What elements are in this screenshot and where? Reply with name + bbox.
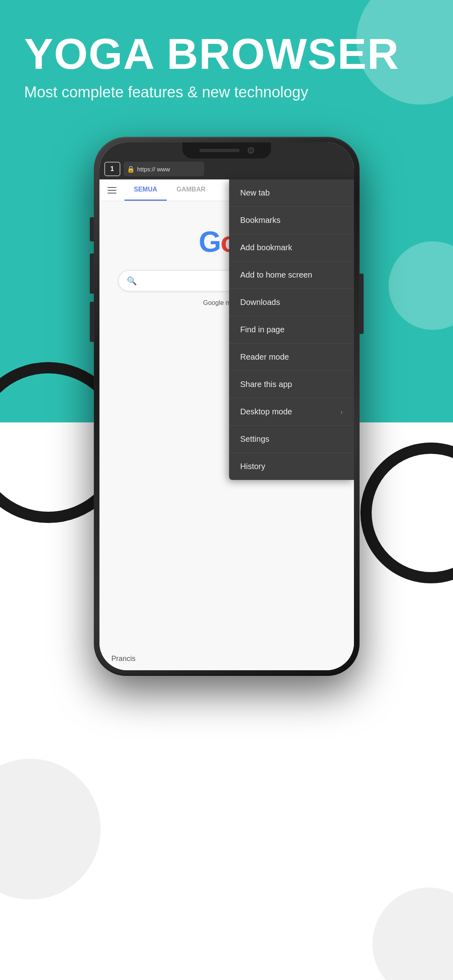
google-letter-g: G [199, 226, 221, 258]
side-button-mute [90, 217, 94, 241]
app-subtitle: Most complete features & new technology [24, 84, 429, 101]
side-button-vol-down [90, 302, 94, 342]
menu-item-reader-mode[interactable]: Reader mode [229, 344, 354, 371]
dropdown-menu: New tab Bookmarks Add bookmark Add to ho… [229, 179, 354, 480]
hamburger-icon [108, 187, 116, 194]
menu-item-downloads[interactable]: Downloads [229, 289, 354, 316]
menu-item-add-bookmark[interactable]: Add bookmark [229, 234, 354, 261]
menu-item-find-in-page[interactable]: Find in page [229, 316, 354, 344]
notch-camera [248, 147, 254, 154]
menu-item-share-app[interactable]: Share this app [229, 371, 354, 398]
tab-count-box[interactable]: 1 [104, 162, 120, 176]
header-section: YOGA BROWSER Most complete features & ne… [24, 32, 429, 101]
browser-screen: 1 🔒 https:// www [99, 142, 354, 670]
app-title: YOGA BROWSER [24, 32, 429, 76]
side-button-power [360, 274, 364, 334]
chevron-right-icon: › [341, 409, 343, 415]
tab-semua[interactable]: SEMUA [124, 179, 167, 201]
search-icon: 🔍 [127, 276, 137, 286]
menu-item-history[interactable]: History [229, 453, 354, 480]
url-text: https:// www [137, 166, 170, 173]
tab-count: 1 [110, 165, 114, 173]
menu-item-settings[interactable]: Settings [229, 426, 354, 453]
menu-button[interactable] [99, 179, 124, 201]
address-bar[interactable]: 🔒 https:// www [124, 162, 204, 176]
lock-icon: 🔒 [127, 165, 135, 173]
notch [182, 142, 271, 159]
phone-mockup: 1 🔒 https:// www [94, 137, 360, 676]
menu-item-new-tab[interactable]: New tab [229, 179, 354, 207]
menu-item-add-to-home[interactable]: Add to home screen [229, 261, 354, 289]
tab-gambar[interactable]: GAMBAR [167, 179, 215, 201]
phone-outer-frame: 1 🔒 https:// www [94, 137, 360, 676]
notch-speaker [199, 149, 240, 152]
tab-bar: SEMUA GAMBAR New tab Bookmarks [99, 179, 354, 201]
menu-item-desktop-mode[interactable]: Desktop mode › [229, 398, 354, 426]
bottom-label: Prancis [112, 655, 136, 663]
phone-screen: 1 🔒 https:// www [99, 142, 354, 670]
side-button-vol-up [90, 253, 94, 294]
menu-item-bookmarks[interactable]: Bookmarks [229, 207, 354, 234]
